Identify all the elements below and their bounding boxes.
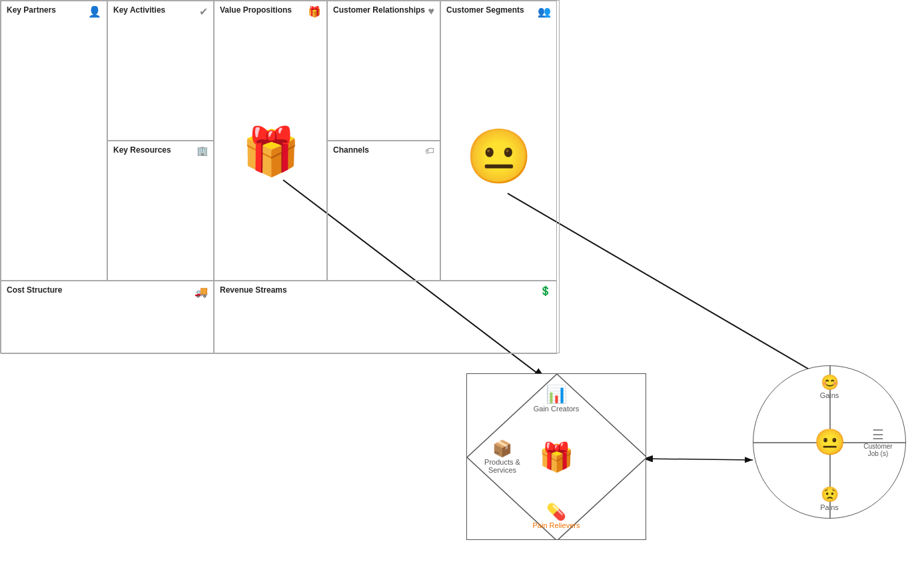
vp-gift-center-icon: 🎁 bbox=[539, 441, 574, 473]
customer-jobs-section: ☰ CustomerJob (s) bbox=[854, 427, 902, 457]
gift-icon-large: 🎁 bbox=[242, 124, 300, 179]
channels-label: Channels bbox=[333, 145, 434, 155]
cell-channels: Channels 🏷 bbox=[327, 141, 440, 281]
cell-key-resources: Key Resources 🏢 bbox=[107, 141, 214, 281]
cell-customer-segments: Customer Segments 👥 😐 bbox=[440, 1, 557, 281]
cell-value-propositions: Value Propositions 🎁 🎁 bbox=[214, 1, 327, 281]
value-proposition-map: 📊 Gain Creators 📦 Products &Services 💊 P… bbox=[466, 373, 646, 540]
face-icon-large: 😐 bbox=[466, 130, 532, 183]
cost-structure-label: Cost Structure bbox=[7, 285, 208, 295]
tag-icon: 🏷 bbox=[425, 145, 434, 156]
pains-section: 😟 Pains bbox=[803, 486, 856, 511]
gain-creators-section: 📊 Gain Creators bbox=[516, 384, 596, 413]
smiley-icon: 😊 bbox=[803, 374, 856, 391]
bar-chart-icon: 📊 bbox=[516, 384, 596, 405]
value-propositions-label: Value Propositions bbox=[220, 5, 321, 15]
key-activities-label: Key Activities bbox=[113, 5, 208, 15]
dollar-icon: 💲 bbox=[540, 285, 551, 296]
gift-small-icon: 🎁 bbox=[308, 5, 321, 18]
check-icon: ✔ bbox=[199, 5, 208, 18]
box-icon: 📦 bbox=[472, 439, 532, 458]
customer-segments-label: Customer Segments bbox=[446, 5, 551, 15]
heart-icon: ♥ bbox=[428, 5, 435, 17]
customer-jobs-label: CustomerJob (s) bbox=[854, 443, 902, 457]
gains-label: Gains bbox=[803, 391, 856, 399]
cell-key-partners: Key Partners 👤 bbox=[1, 1, 107, 281]
cell-cost-structure: Cost Structure 🚚 bbox=[1, 281, 214, 354]
pain-relievers-section: 💊 Pain Relievers bbox=[516, 503, 596, 529]
pill-icon: 💊 bbox=[516, 503, 596, 521]
products-services-section: 📦 Products &Services bbox=[472, 439, 532, 474]
products-services-label: Products &Services bbox=[472, 458, 532, 474]
pains-label: Pains bbox=[803, 503, 856, 511]
revenue-streams-label: Revenue Streams bbox=[220, 285, 551, 295]
key-partners-label: Key Partners bbox=[7, 5, 101, 15]
list-icon: ☰ bbox=[854, 427, 902, 443]
gains-section: 😊 Gains bbox=[803, 374, 856, 399]
person-icon: 👤 bbox=[88, 5, 101, 18]
customer-relationships-label: Customer Relationships bbox=[333, 5, 434, 15]
pain-relievers-label: Pain Relievers bbox=[516, 521, 596, 529]
cell-revenue-streams: Revenue Streams 💲 bbox=[214, 281, 557, 354]
key-resources-label: Key Resources bbox=[113, 145, 208, 155]
customer-profile-circle: 😊 Gains ☰ CustomerJob (s) 😟 Pains 😐 bbox=[753, 365, 906, 519]
cell-key-activities: Key Activities ✔ bbox=[107, 1, 214, 141]
business-model-canvas: Key Partners 👤 Key Activities ✔ Key Reso… bbox=[0, 0, 560, 353]
sad-icon: 😟 bbox=[803, 486, 856, 503]
people-icon: 👥 bbox=[538, 5, 551, 18]
gain-creators-label: Gain Creators bbox=[516, 405, 596, 413]
cell-customer-relationships: Customer Relationships ♥ bbox=[327, 1, 440, 141]
truck-icon: 🚚 bbox=[195, 285, 208, 298]
svg-line-5 bbox=[643, 459, 753, 460]
building-icon: 🏢 bbox=[197, 145, 208, 156]
cp-center-face-icon: 😐 bbox=[814, 427, 845, 457]
